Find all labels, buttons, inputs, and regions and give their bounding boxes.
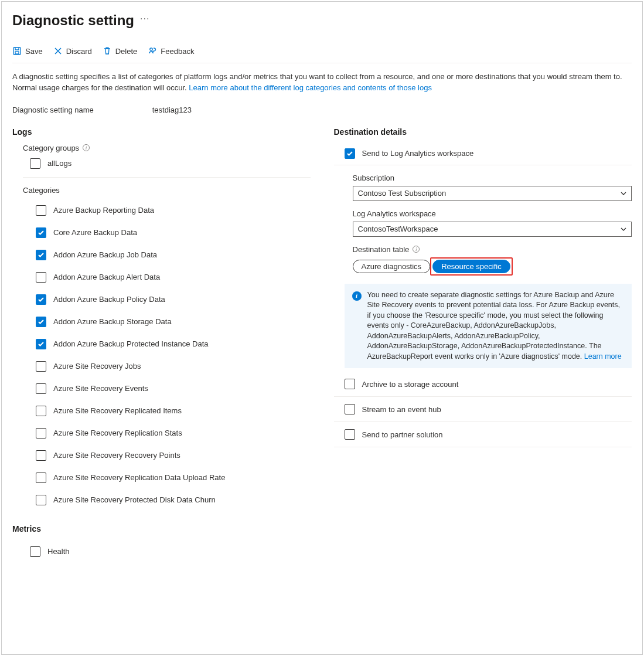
category-13-label: Azure Site Recovery Protected Disk Data … <box>53 495 216 504</box>
feedback-button[interactable]: Feedback <box>148 45 194 57</box>
info-circle-icon: i <box>352 291 362 301</box>
eventhub-checkbox[interactable] <box>345 404 355 414</box>
callout-text: You need to create separate diagnostic s… <box>367 291 620 361</box>
eventhub-label: Stream to an event hub <box>362 405 441 414</box>
feedback-label: Feedback <box>161 47 194 56</box>
category-3-checkbox[interactable] <box>36 272 46 283</box>
feedback-icon <box>148 46 157 56</box>
category-10-label: Azure Site Recovery Replication Stats <box>53 429 182 437</box>
metrics-title: Metrics <box>12 524 311 533</box>
callout-learn-more[interactable]: Learn more <box>584 352 622 361</box>
info-icon[interactable]: i <box>413 246 420 253</box>
category-6-checkbox[interactable] <box>36 339 46 349</box>
category-7-checkbox[interactable] <box>36 361 46 372</box>
logs-title: Logs <box>12 127 311 137</box>
subscription-value: Contoso Test Subscription <box>358 189 447 198</box>
page-title: Diagnostic setting <box>12 12 134 29</box>
category-4-checkbox[interactable] <box>36 294 46 305</box>
save-label: Save <box>25 47 43 56</box>
delete-icon <box>103 46 112 56</box>
subscription-label: Subscription <box>353 174 632 182</box>
partner-label: Send to partner solution <box>362 430 443 439</box>
delete-label: Delete <box>115 47 138 56</box>
pill-resource-specific[interactable]: Resource specific <box>432 260 510 273</box>
category-0-checkbox[interactable] <box>36 205 46 216</box>
toolbar: Save Discard Delete Feedback <box>12 45 632 63</box>
destination-title: Destination details <box>334 127 632 137</box>
workspace-select[interactable]: ContosoTestWorkspace <box>353 222 632 237</box>
category-1-checkbox[interactable] <box>36 227 46 238</box>
dest-table-label: Destination table i <box>353 245 632 254</box>
category-10-checkbox[interactable] <box>36 428 46 439</box>
delete-button[interactable]: Delete <box>103 45 138 57</box>
setting-name-label: Diagnostic setting name <box>12 106 94 114</box>
info-callout: i You need to create separate diagnostic… <box>345 284 632 369</box>
discard-label: Discard <box>66 47 92 56</box>
category-7-label: Azure Site Recovery Jobs <box>53 362 141 371</box>
category-1-label: Core Azure Backup Data <box>53 228 137 237</box>
category-11-checkbox[interactable] <box>36 450 46 461</box>
chevron-down-icon <box>621 191 626 196</box>
category-8-label: Azure Site Recovery Events <box>53 384 148 393</box>
svg-rect-1 <box>15 52 19 54</box>
svg-point-2 <box>150 48 152 50</box>
save-button[interactable]: Save <box>12 45 43 57</box>
setting-name-value[interactable]: testdiag123 <box>152 106 192 114</box>
discard-button[interactable]: Discard <box>53 45 92 57</box>
metric-0-checkbox[interactable] <box>30 546 40 557</box>
category-5-checkbox[interactable] <box>36 317 46 327</box>
category-2-label: Addon Azure Backup Job Data <box>53 250 157 259</box>
category-12-label: Azure Site Recovery Replication Data Upl… <box>53 473 225 482</box>
metric-0-label: Health <box>47 547 70 556</box>
discard-icon <box>53 46 63 56</box>
category-groups-label: Category groups i <box>23 144 311 152</box>
archive-checkbox[interactable] <box>345 379 355 389</box>
workspace-value: ContosoTestWorkspace <box>358 225 438 233</box>
info-icon[interactable]: i <box>83 144 90 151</box>
pill-azure-diagnostics[interactable]: Azure diagnostics <box>353 260 431 273</box>
svg-rect-0 <box>13 47 21 55</box>
send-la-label: Send to Log Analytics workspace <box>362 149 474 158</box>
save-icon <box>12 46 22 56</box>
archive-label: Archive to a storage account <box>362 380 459 389</box>
category-6-label: Addon Azure Backup Protected Instance Da… <box>53 339 209 348</box>
chevron-down-icon <box>621 226 626 232</box>
category-12-checkbox[interactable] <box>36 473 46 483</box>
categories-label: Categories <box>23 186 311 195</box>
group-0-checkbox[interactable] <box>30 158 40 169</box>
category-0-label: Azure Backup Reporting Data <box>53 206 154 215</box>
category-4-label: Addon Azure Backup Policy Data <box>53 295 165 304</box>
category-3-label: Addon Azure Backup Alert Data <box>53 273 160 281</box>
more-icon[interactable]: ··· <box>140 13 149 28</box>
category-2-checkbox[interactable] <box>36 250 46 260</box>
learn-more-link[interactable]: Learn more about the different log categ… <box>189 83 432 92</box>
category-8-checkbox[interactable] <box>36 383 46 394</box>
category-5-label: Addon Azure Backup Storage Data <box>53 317 172 326</box>
highlight-box: Resource specific <box>430 257 513 276</box>
category-13-checkbox[interactable] <box>36 495 46 505</box>
workspace-label: Log Analytics workspace <box>353 209 632 218</box>
description: A diagnostic setting specifies a list of… <box>12 72 632 94</box>
category-11-label: Azure Site Recovery Recovery Points <box>53 451 180 460</box>
category-9-checkbox[interactable] <box>36 406 46 416</box>
subscription-select[interactable]: Contoso Test Subscription <box>353 186 632 201</box>
category-9-label: Azure Site Recovery Replicated Items <box>53 406 182 415</box>
partner-checkbox[interactable] <box>345 429 355 440</box>
send-la-checkbox[interactable] <box>345 148 355 159</box>
group-0-label: allLogs <box>47 159 71 168</box>
